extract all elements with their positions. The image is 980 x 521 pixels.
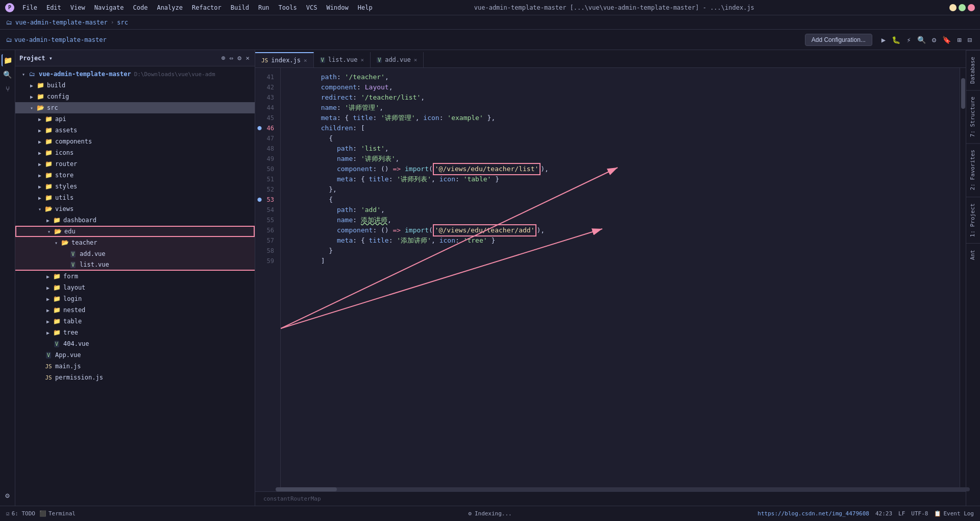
- event-log-icon: 📋: [934, 510, 941, 517]
- tree-table[interactable]: ▶ 📁 table: [15, 316, 255, 327]
- maximize-button[interactable]: [959, 4, 966, 11]
- status-encoding[interactable]: LF: [898, 510, 905, 517]
- tree-login[interactable]: ▶ 📁 login: [15, 293, 255, 304]
- right-tab-ant[interactable]: Ant: [966, 243, 980, 266]
- activity-vcs[interactable]: ⑂: [2, 83, 14, 95]
- editor-scrollbar[interactable]: [960, 68, 966, 491]
- tree-components[interactable]: ▶ 📁 components: [15, 136, 255, 147]
- right-tab-structure[interactable]: 7: Structure: [966, 90, 980, 143]
- tree-dashboard[interactable]: ▶ 📁 dashboard: [15, 215, 255, 226]
- horizontal-scrollbar[interactable]: [276, 487, 970, 491]
- debug-icon[interactable]: 🐛: [890, 35, 902, 45]
- menu-tools[interactable]: Tools: [275, 3, 301, 12]
- tree-layout[interactable]: ▶ 📁 layout: [15, 282, 255, 293]
- tab-list-vue-close[interactable]: ×: [361, 57, 364, 63]
- tree-config[interactable]: ▶ 📁 config: [15, 91, 255, 102]
- layout-icon[interactable]: ⊞: [955, 35, 963, 45]
- menu-view[interactable]: View: [66, 3, 89, 12]
- menu-window[interactable]: Window: [322, 3, 352, 12]
- code-line-46: children: [: [289, 123, 960, 133]
- menu-code[interactable]: Code: [129, 3, 152, 12]
- status-url[interactable]: https://blog.csdn.net/img_4479608: [757, 510, 869, 517]
- tree-main-js[interactable]: JS main.js: [15, 361, 255, 372]
- breadcrumb-src[interactable]: src: [117, 19, 128, 26]
- bookmark-icon[interactable]: 🔖: [940, 35, 953, 45]
- tree-views[interactable]: ▾ 📂 views: [15, 203, 255, 215]
- tree-list-vue[interactable]: V list.vue: [15, 259, 255, 271]
- status-todo[interactable]: ☑ 6: TODO: [6, 510, 35, 517]
- activity-search[interactable]: 🔍: [2, 68, 14, 81]
- activity-settings[interactable]: ⚙: [2, 489, 14, 502]
- tree-teacher[interactable]: ▾ 📂 teacher: [15, 237, 255, 248]
- right-tab-favorites[interactable]: 2: Favorites: [966, 143, 980, 196]
- tree-tree-folder[interactable]: ▶ 📁 tree: [15, 327, 255, 338]
- code-line-45: meta: { title: '讲师管理', icon: 'example' }…: [289, 113, 960, 123]
- sidebar-icon-close[interactable]: ×: [244, 53, 251, 63]
- right-tab-project[interactable]: 1: Project: [966, 197, 980, 243]
- tree-assets[interactable]: ▶ 📁 assets: [15, 125, 255, 136]
- breadcrumb-project[interactable]: vue-admin-template-master: [15, 19, 108, 26]
- toolbar: 🗂 vue-admin-template-master Add Configur…: [0, 30, 980, 50]
- tab-index-js[interactable]: JS index.js ×: [255, 52, 314, 67]
- code-editor[interactable]: 41 42 43 44 45 46 47 48 49 50 51 52 53 5…: [255, 68, 966, 491]
- minimize-button[interactable]: [949, 4, 957, 11]
- tab-add-vue[interactable]: V add.vue ×: [371, 52, 424, 67]
- tab-add-vue-close[interactable]: ×: [414, 57, 418, 63]
- tree-edu[interactable]: ▾ 📂 edu: [15, 226, 255, 237]
- tree-icons[interactable]: ▶ 📁 icons: [15, 147, 255, 158]
- tree-root[interactable]: ▾ 🗂 vue-admin-template-master D:\Downloa…: [15, 68, 255, 80]
- code-line-56: component: () => import('@/views/edu/tea…: [289, 225, 960, 235]
- tab-index-js-label: index.js: [271, 57, 301, 64]
- search-icon[interactable]: 🔍: [915, 35, 928, 45]
- code-line-52: },: [289, 184, 960, 195]
- status-event-log[interactable]: 📋 Event Log: [934, 510, 974, 517]
- tree-permission-js[interactable]: JS permission.js: [15, 372, 255, 383]
- status-right: https://blog.csdn.net/img_4479608 42:23 …: [757, 510, 974, 517]
- status-time[interactable]: 42:23: [875, 510, 892, 517]
- menu-build[interactable]: Build: [227, 3, 253, 12]
- status-terminal[interactable]: ⬛ Terminal: [39, 510, 76, 517]
- menu-help[interactable]: Help: [354, 3, 377, 12]
- status-left: ☑ 6: TODO ⬛ Terminal: [6, 510, 76, 517]
- tree-build[interactable]: ▶ 📁 build: [15, 80, 255, 91]
- menu-analyze[interactable]: Analyze: [153, 3, 187, 12]
- close-button[interactable]: [968, 4, 975, 11]
- settings-icon[interactable]: ⚙: [930, 35, 938, 45]
- status-charset[interactable]: UTF-8: [911, 510, 928, 517]
- tree-src[interactable]: ▾ 📂 src: [15, 102, 255, 113]
- tree-app-vue[interactable]: V App.vue: [15, 349, 255, 361]
- sidebar-icon-settings[interactable]: ⚙: [236, 53, 242, 63]
- tree-utils[interactable]: ▶ 📁 utils: [15, 192, 255, 203]
- tree-nested[interactable]: ▶ 📁 nested: [15, 304, 255, 316]
- tree-api[interactable]: ▶ 📁 api: [15, 113, 255, 125]
- sidebar-icon-locate[interactable]: ⊕: [220, 53, 227, 63]
- run-icons: ▶ 🐛 ⚡ 🔍 ⚙ 🔖 ⊞ ⊟: [879, 35, 974, 45]
- sidebar-icon-collapse[interactable]: ⇔: [229, 53, 235, 63]
- activity-project[interactable]: 📁: [2, 54, 14, 66]
- right-tab-database[interactable]: Database: [966, 50, 980, 90]
- menu-vcs[interactable]: VCS: [302, 3, 322, 12]
- coverage-icon[interactable]: ⚡: [904, 35, 913, 45]
- menu-refactor[interactable]: Refactor: [188, 3, 226, 12]
- menu-file[interactable]: File: [18, 3, 41, 12]
- app-logo: P: [5, 3, 14, 12]
- code-line-48: path: 'list',: [289, 144, 960, 154]
- tree-styles[interactable]: ▶ 📁 styles: [15, 181, 255, 192]
- run-icon[interactable]: ▶: [879, 35, 888, 45]
- tab-index-js-close[interactable]: ×: [304, 57, 307, 64]
- terminal-icon: ⬛: [39, 510, 46, 517]
- add-configuration-button[interactable]: Add Configuration...: [805, 34, 872, 46]
- split-icon[interactable]: ⊟: [966, 35, 974, 45]
- title-bar: P File Edit View Navigate Code Analyze R…: [0, 0, 980, 15]
- menu-navigate[interactable]: Navigate: [90, 3, 128, 12]
- code-line-41: path: '/teacher',: [289, 72, 960, 82]
- code-content[interactable]: path: '/teacher', component: Layout, red…: [281, 68, 960, 491]
- tab-list-vue[interactable]: V list.vue ×: [314, 52, 371, 67]
- tree-router[interactable]: ▶ 📁 router: [15, 158, 255, 170]
- menu-edit[interactable]: Edit: [42, 3, 65, 12]
- tree-store[interactable]: ▶ 📁 store: [15, 170, 255, 181]
- tree-add-vue[interactable]: V add.vue: [15, 248, 255, 259]
- menu-run[interactable]: Run: [254, 3, 274, 12]
- tree-form[interactable]: ▶ 📁 form: [15, 271, 255, 282]
- tree-404-vue[interactable]: V 404.vue: [15, 338, 255, 349]
